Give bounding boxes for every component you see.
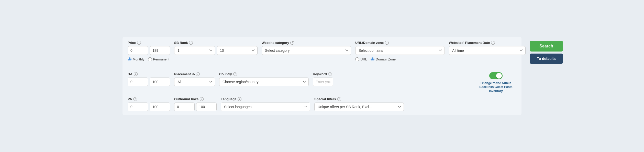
website-category-select[interactable]: Select category News Blog Technology Fin… — [262, 46, 351, 55]
placement-pct-select[interactable]: All 10% 20% 30% 50% — [174, 78, 215, 86]
toggle-section: Change to the Article Backlinks/Guest Po… — [475, 72, 516, 93]
country-label: Country i — [219, 72, 309, 76]
language-select[interactable]: Select languages English German French S… — [221, 103, 310, 111]
special-filters-label: Special filters i — [314, 97, 404, 101]
to-defaults-button[interactable]: To defaults — [530, 54, 563, 64]
price-info-icon[interactable]: i — [137, 41, 141, 45]
toggle-wrapper[interactable] — [489, 72, 503, 79]
permanent-radio-label[interactable]: Permanent — [148, 57, 170, 61]
price-min-input[interactable] — [128, 46, 148, 55]
filter-row-2: DA i Placement % i All 10% 20% 30% 50% — [128, 72, 516, 93]
sb-rank-field-group: SB Rank i 12345 1020304050 — [174, 41, 258, 55]
placement-date-select[interactable]: All time Last week Last month Last year — [449, 46, 526, 55]
keyword-field-group: Keyword i — [313, 72, 333, 86]
monthly-radio-label[interactable]: Monthly — [128, 57, 145, 61]
toggle-label-element[interactable] — [489, 72, 503, 79]
sb-rank-max-select[interactable]: 1020304050 — [217, 46, 258, 55]
row-divider — [128, 68, 516, 68]
language-label: Language i — [221, 97, 310, 101]
url-domain-label: URL/Domain zone i — [355, 41, 445, 45]
keyword-info-icon[interactable]: i — [328, 72, 332, 76]
sb-rank-min-select[interactable]: 12345 — [174, 46, 215, 55]
price-radio-group: Monthly Permanent — [128, 57, 170, 61]
domain-zone-radio[interactable] — [371, 57, 374, 61]
outbound-links-info-icon[interactable]: i — [200, 97, 204, 101]
da-max-input[interactable] — [150, 78, 170, 86]
pa-field-group: PA i — [128, 97, 170, 111]
placement-date-info-icon[interactable]: i — [491, 41, 495, 45]
filter-row-1: Price i Monthly Permanent SB R — [128, 41, 516, 64]
price-label: Price i — [128, 41, 170, 45]
outbound-links-inputs — [174, 103, 217, 111]
pa-max-input[interactable] — [150, 103, 170, 111]
website-category-info-icon[interactable]: i — [290, 41, 294, 45]
keyword-input[interactable] — [313, 78, 333, 86]
price-field-group: Price i Monthly Permanent — [128, 41, 170, 61]
price-inputs — [128, 46, 170, 55]
pa-info-icon[interactable]: i — [133, 97, 137, 101]
language-info-icon[interactable]: i — [238, 97, 241, 101]
da-min-input[interactable] — [128, 78, 148, 86]
toggle-slider — [489, 72, 503, 79]
pa-min-input[interactable] — [128, 103, 148, 111]
country-field-group: Country i Choose region/country USA UK G… — [219, 72, 309, 86]
country-select[interactable]: Choose region/country USA UK Germany Fra… — [219, 78, 309, 86]
outbound-links-label: Outbound links i — [174, 97, 217, 101]
permanent-radio[interactable] — [148, 57, 152, 61]
country-info-icon[interactable]: i — [233, 72, 237, 76]
sb-rank-info-icon[interactable]: i — [189, 41, 193, 45]
placement-date-field-group: Websites' Placement Date i All time Last… — [449, 41, 526, 55]
monthly-radio[interactable] — [128, 57, 131, 61]
action-buttons: Search To defaults — [530, 41, 563, 64]
da-inputs — [128, 78, 170, 86]
url-domain-radio-group: URL Domain Zone — [355, 57, 445, 61]
toggle-text: Change to the Article Backlinks/Guest Po… — [475, 81, 516, 93]
sb-rank-label: SB Rank i — [174, 41, 258, 45]
pa-inputs — [128, 103, 170, 111]
filter-row-3: PA i Outbound links i Language i — [128, 97, 516, 111]
search-button[interactable]: Search — [530, 41, 563, 52]
url-domain-field-group: URL/Domain zone i Select domains .com .n… — [355, 41, 445, 61]
url-radio-label[interactable]: URL — [355, 57, 367, 61]
placement-pct-field-group: Placement % i All 10% 20% 30% 50% — [174, 72, 215, 86]
placement-pct-label: Placement % i — [174, 72, 215, 76]
outbound-links-field-group: Outbound links i — [174, 97, 217, 111]
da-label: DA i — [128, 72, 170, 76]
outbound-links-min-input[interactable] — [174, 103, 195, 111]
url-domain-info-icon[interactable]: i — [385, 41, 389, 45]
url-radio[interactable] — [355, 57, 359, 61]
domain-zone-radio-label[interactable]: Domain Zone — [371, 57, 396, 61]
price-max-input[interactable] — [150, 46, 170, 55]
outbound-links-max-input[interactable] — [196, 103, 217, 111]
sb-rank-inputs: 12345 1020304050 — [174, 46, 258, 55]
special-filters-info-icon[interactable]: i — [337, 97, 341, 101]
special-filters-select[interactable]: Unique offers per SB Rank, Excl... All o… — [314, 103, 404, 111]
filter-panel: Price i Monthly Permanent SB R — [123, 37, 521, 116]
da-info-icon[interactable]: i — [134, 72, 138, 76]
website-category-field-group: Website category i Select category News … — [262, 41, 351, 55]
da-field-group: DA i — [128, 72, 170, 86]
pa-label: PA i — [128, 97, 170, 101]
language-field-group: Language i Select languages English Germ… — [221, 97, 310, 111]
placement-pct-info-icon[interactable]: i — [196, 72, 200, 76]
keyword-label: Keyword i — [313, 72, 333, 76]
url-domain-select[interactable]: Select domains .com .net .org .io — [355, 46, 445, 55]
special-filters-field-group: Special filters i Unique offers per SB R… — [314, 97, 404, 111]
placement-date-label: Websites' Placement Date i — [449, 41, 526, 45]
website-category-label: Website category i — [262, 41, 351, 45]
